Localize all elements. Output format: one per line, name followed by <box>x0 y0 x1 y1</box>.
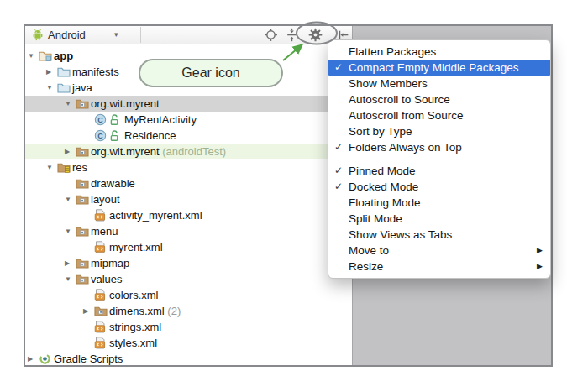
checkmark-icon: ✓ <box>334 163 346 179</box>
menu-item-label: Move to <box>349 244 389 257</box>
tree-row[interactable]: ▶ dimens.xml (2) <box>25 303 352 319</box>
gear-options-menu: Flatten Packages✓Compact Empty Middle Pa… <box>328 39 551 279</box>
collapse-all-button[interactable] <box>285 28 299 42</box>
tree-row[interactable]: strings.xml <box>25 319 352 335</box>
menu-item[interactable]: ✓Folders Always on Top <box>328 139 550 155</box>
menu-item[interactable]: Split Mode <box>328 211 550 227</box>
tree-item-label: myrent.xml <box>109 239 163 255</box>
menu-item[interactable]: Autoscroll from Source <box>328 107 550 123</box>
scroll-from-source-button[interactable] <box>264 28 278 42</box>
menu-item[interactable]: Resize▶ <box>328 259 550 274</box>
tree-item-label: strings.xml <box>109 319 161 335</box>
tree-row[interactable]: styles.xml <box>25 335 352 351</box>
menu-item[interactable]: Sort by Type <box>328 123 550 139</box>
tree-row[interactable]: ▶ mipmap <box>25 255 352 271</box>
tree-item-label: colors.xml <box>109 287 159 303</box>
settings-gear-button[interactable] <box>308 28 323 42</box>
tree-row[interactable]: ▼ menu <box>25 223 352 239</box>
menu-item[interactable]: ✓Compact Empty Middle Packages <box>328 60 550 76</box>
source-folder-icon <box>57 65 71 78</box>
menu-item-label: Folders Always on Top <box>349 141 462 154</box>
tree-row[interactable]: ▼ layout <box>25 191 352 207</box>
tree-item-label: java <box>72 80 92 96</box>
menu-item-label: Show Views as Tabs <box>349 228 452 241</box>
menu-item[interactable]: ✓Docked Mode <box>328 179 550 195</box>
menu-item-label: Flatten Packages <box>349 45 436 58</box>
checkmark-icon: ✓ <box>334 139 346 155</box>
menu-item[interactable]: Flatten Packages <box>328 44 550 60</box>
tree-row[interactable]: activity_myrent.xml <box>25 207 352 223</box>
project-toolbar: Android ▾ <box>25 26 352 44</box>
source-folder-icon <box>57 81 71 94</box>
menu-item-label: Sort by Type <box>349 125 412 138</box>
menu-item[interactable]: Show Members <box>328 76 550 91</box>
tree-row[interactable]: ▼ res <box>25 159 352 175</box>
class-icon: C <box>94 113 108 126</box>
xml-file-icon <box>94 289 108 301</box>
collapse-arrow-icon[interactable]: ▼ <box>65 223 75 239</box>
tree-row[interactable]: ▼ org.wit.myrent <box>25 96 352 112</box>
menu-item-label: Docked Mode <box>349 180 418 193</box>
menu-item-label: Autoscroll from Source <box>349 109 464 122</box>
gradle-icon <box>39 353 52 365</box>
expand-arrow-icon[interactable]: ▶ <box>28 351 38 367</box>
chevron-down-icon[interactable]: ▾ <box>114 26 118 44</box>
expand-arrow-icon[interactable]: ▶ <box>83 303 93 319</box>
menu-item-label: Autoscroll to Source <box>349 93 450 106</box>
collapse-arrow-icon[interactable]: ▼ <box>65 191 75 207</box>
module-folder-icon <box>39 50 52 62</box>
collapse-arrow-icon[interactable]: ▼ <box>46 159 56 175</box>
tree-row[interactable]: ▼ values <box>25 271 352 287</box>
class-icon: C <box>94 129 108 142</box>
tree-row[interactable]: colors.xml <box>25 287 352 303</box>
xml-file-icon <box>94 337 108 349</box>
svg-text:C: C <box>97 116 103 124</box>
tree-item-label: values <box>91 271 123 287</box>
android-robot-icon <box>32 29 44 41</box>
tree-item-label: drawable <box>91 175 135 191</box>
package-folder-icon <box>76 193 89 206</box>
collapse-arrow-icon[interactable]: ▼ <box>65 271 75 287</box>
tree-item-label: Residence <box>124 128 176 144</box>
menu-item[interactable]: Show Views as Tabs <box>328 227 550 243</box>
menu-item-label: Show Members <box>349 77 428 90</box>
tree-item-label: menu <box>91 223 118 239</box>
tree-row[interactable]: drawable <box>25 175 352 191</box>
collapse-arrow-icon[interactable]: ▼ <box>28 48 38 64</box>
package-folder-icon <box>76 145 89 158</box>
menu-separator <box>328 155 550 163</box>
tree-row[interactable]: C MyRentActivity <box>25 112 352 128</box>
tree-row[interactable]: myrent.xml <box>25 239 352 255</box>
menu-item[interactable]: Floating Mode <box>328 195 550 211</box>
tree-row[interactable]: ▶ org.wit.myrent (androidTest) <box>25 144 352 159</box>
submenu-arrow-icon: ▶ <box>537 259 543 274</box>
expand-arrow-icon[interactable]: ▶ <box>65 255 75 271</box>
tree-row[interactable]: ▶ Gradle Scripts <box>25 351 352 367</box>
tree-item-label: dimens.xml (2) <box>109 303 181 319</box>
tree-row[interactable]: C Residence <box>25 128 352 144</box>
menu-item[interactable]: Move to▶ <box>328 243 550 259</box>
view-selector[interactable]: Android <box>48 26 86 44</box>
submenu-arrow-icon: ▶ <box>537 243 543 259</box>
expand-arrow-icon[interactable]: ▶ <box>65 144 75 159</box>
collapse-arrow-icon[interactable]: ▼ <box>46 80 56 96</box>
package-folder-icon <box>76 97 89 110</box>
res-folder-icon <box>57 161 71 174</box>
public-lock-icon <box>109 113 123 126</box>
tree-item-label: org.wit.myrent <box>91 96 160 112</box>
tree-item-label: MyRentActivity <box>124 112 197 128</box>
checkmark-icon: ✓ <box>334 60 346 76</box>
menu-item[interactable]: ✓Pinned Mode <box>328 163 550 179</box>
menu-item-label: Split Mode <box>349 212 402 225</box>
tree-item-label: org.wit.myrent (androidTest) <box>91 144 226 159</box>
tree-item-label: res <box>72 159 87 175</box>
menu-item-label: Resize <box>349 260 383 273</box>
menu-item[interactable]: Autoscroll to Source <box>328 91 550 107</box>
svg-text:C: C <box>97 132 103 140</box>
collapse-arrow-icon[interactable]: ▼ <box>65 96 75 112</box>
package-folder-icon <box>76 177 89 190</box>
expand-arrow-icon[interactable]: ▶ <box>46 64 56 80</box>
tree-item-label: styles.xml <box>109 335 157 351</box>
menu-item-label: Pinned Mode <box>349 165 416 177</box>
xml-file-icon <box>94 209 108 222</box>
